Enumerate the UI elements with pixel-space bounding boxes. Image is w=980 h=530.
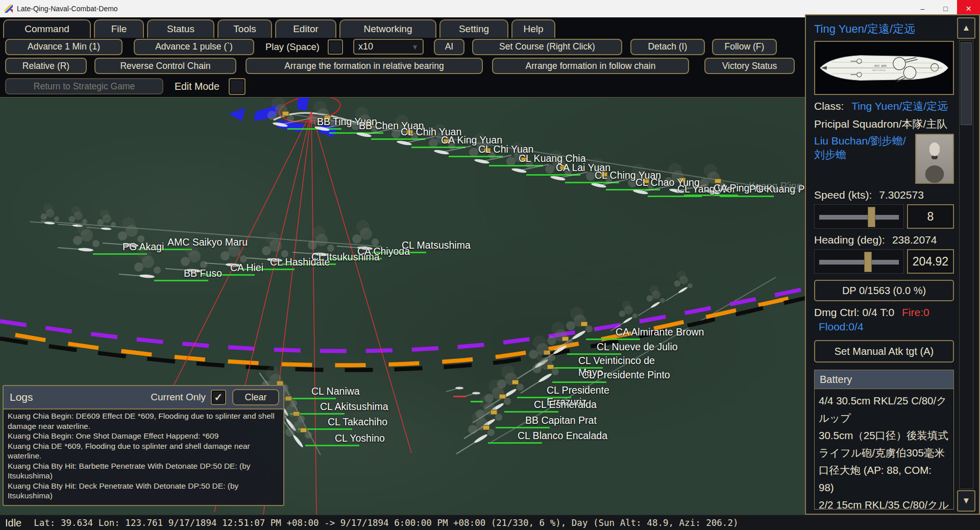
logs-title: Logs	[10, 391, 33, 403]
arrange-relative-bearing-button[interactable]: Arrange the formation in relative bearin…	[246, 58, 483, 74]
reverse-control-chain-button[interactable]: Reverse Control Chain	[94, 58, 236, 74]
chevron-down-icon: ▼	[411, 43, 419, 51]
app-icon	[4, 4, 13, 13]
battery-entry: 2/2 15cm RKL/35 C/80/クルップ 15cm（35口径）単装砲/…	[819, 496, 949, 509]
toolbar-row-2: Relative (R) Reverse Control Chain Arran…	[0, 57, 805, 75]
speed-value: 7.302573	[879, 189, 924, 201]
battery-body[interactable]: 4/4 30.5cm RKL/25 C/80/クルップ 30.5cm（25口径）…	[815, 389, 953, 509]
captain-portrait	[915, 134, 954, 184]
ship-top-view-diagram: HSY WHO Battleship	[817, 44, 951, 91]
log-line: Kuang Chia Begin: DE609 Effect DE *609, …	[8, 411, 279, 431]
log-line: Kuang Chia Bty Hit: Barbette Penetrate W…	[8, 461, 279, 481]
selected-ship-link[interactable]: Ting Yuen/定遠/定远	[814, 21, 954, 37]
ship-label[interactable]: CA Almirante Brown	[616, 326, 704, 338]
ship-label[interactable]: CL Blanco Encalada	[518, 430, 607, 442]
time-scale-dropdown[interactable]: x10 ▼	[353, 39, 424, 55]
log-line: Kuang Chia DE *609, Flooding due to spli…	[8, 441, 279, 461]
svg-text:Battleship: Battleship	[873, 69, 886, 71]
ship-label[interactable]: CL Esmeralda	[534, 399, 597, 411]
window-title: Late-Qing-Naval-Combat-Demo	[17, 5, 118, 13]
current-only-label: Current Only	[151, 392, 206, 403]
tab-file[interactable]: File	[94, 19, 144, 38]
speed-slider[interactable]	[814, 204, 904, 229]
relative-button[interactable]: Relative (R)	[5, 58, 87, 74]
ship-info-sidebar: Ting Yuen/定遠/定远 HSY WHO Battleship	[805, 14, 980, 515]
tab-networking[interactable]: Networking	[339, 19, 436, 38]
ai-button[interactable]: AI	[434, 39, 464, 55]
flood-count: Flood:0/4	[819, 321, 864, 332]
ship-label[interactable]: PG Akagi	[122, 241, 164, 253]
fire-count: Fire:0	[902, 306, 929, 318]
ship-label[interactable]: CL Yoshino	[335, 432, 385, 444]
logs-body: Kuang Chia Begin: DE609 Effect DE *609, …	[4, 409, 283, 505]
set-manual-atk-button[interactable]: Set Manual Atk tgt (A)	[814, 340, 954, 363]
ship-label[interactable]: CL Presidente Pinto	[582, 369, 670, 381]
battery-entry: 4/4 30.5cm RKL/25 C/80/クルップ	[819, 392, 949, 427]
check-icon: ✓	[214, 391, 223, 403]
ship-label[interactable]: CL Matsushima	[402, 239, 471, 251]
tab-editor[interactable]: Editor	[275, 19, 336, 38]
ship-label[interactable]: AMC Saikyo Maru	[167, 236, 248, 248]
heading-slider[interactable]	[814, 249, 904, 274]
svg-text:HSY WHO: HSY WHO	[874, 64, 887, 67]
game-viewport[interactable]: BB Ting YuenBB Chen YuanCL Chih YuanCA K…	[0, 97, 805, 515]
ship-label[interactable]: CL Naniwa	[311, 386, 360, 397]
victory-status-button[interactable]: Victory Status	[704, 58, 795, 74]
ship-label[interactable]: CL Nueve de Julio	[597, 341, 678, 353]
status-bar: Idle Lat: 39.634 Lon: 123.761 9/17/1894 …	[0, 515, 980, 530]
ship-label-ghost: Kuang P'ing	[749, 180, 802, 192]
ship-label[interactable]: BB Fuso	[184, 268, 222, 279]
advance-1-min-button[interactable]: Advance 1 Min (1)	[5, 39, 122, 55]
play-checkbox[interactable]	[328, 39, 343, 55]
scroll-down-icon[interactable]: ▼	[957, 490, 975, 512]
tab-command[interactable]: Command	[3, 19, 91, 38]
ship-label[interactable]: CA Hiei	[230, 262, 263, 274]
heading-slider-handle[interactable]	[864, 252, 872, 272]
heading-value: 238.2074	[892, 234, 937, 246]
speed-input[interactable]: 8	[907, 204, 954, 229]
return-strategic-button[interactable]: Return to Strategic Game	[5, 78, 163, 94]
heading-slider-track	[819, 259, 899, 265]
tab-status[interactable]: Status	[147, 19, 214, 38]
arrange-follow-chain-button[interactable]: Arrange formation in follow chain	[492, 58, 689, 74]
scroll-up-icon[interactable]: ▲	[957, 17, 975, 39]
toolbar-row-1: Advance 1 Min (1) Advance 1 pulse (`) Pl…	[0, 38, 805, 56]
toolbar-row-3: Return to Strategic Game Edit Mode	[0, 76, 805, 97]
ship-top-view-panel: HSY WHO Battleship	[814, 41, 954, 95]
edit-mode-checkbox[interactable]	[229, 78, 246, 95]
ship-label[interactable]: CL Takachiho	[328, 416, 387, 428]
heading-input[interactable]: 204.92	[907, 249, 954, 274]
set-course-button[interactable]: Set Course (Right Click)	[472, 39, 622, 55]
dmg-ctrl-text: Dmg Ctrl: 0/4 T:0	[814, 306, 894, 318]
speed-slider-row: 8	[814, 204, 954, 229]
logs-panel: Logs Current Only ✓ Clear Kuang Chia Beg…	[3, 385, 284, 506]
clear-logs-button[interactable]: Clear	[232, 389, 279, 405]
menu-bar: Command File Status Tools Editor Network…	[0, 17, 805, 38]
heading-label: Heading (deg):	[814, 234, 885, 246]
ship-class-line: Class: Ting Yuen/定遠/定远	[814, 99, 954, 113]
tab-tools[interactable]: Tools	[217, 19, 272, 38]
sim-state: Idle	[5, 517, 21, 529]
ship-label[interactable]: BB Capitan Prat	[525, 415, 597, 426]
follow-button[interactable]: Follow (F)	[712, 39, 777, 55]
scrollbar-track[interactable]	[959, 40, 973, 489]
speed-slider-handle[interactable]	[868, 207, 875, 227]
tab-help[interactable]: Help	[511, 19, 555, 38]
tab-setting[interactable]: Setting	[439, 19, 508, 38]
speed-label: Speed (kts):	[814, 189, 872, 201]
advance-1-pulse-button[interactable]: Advance 1 pulse (`)	[134, 39, 254, 55]
edit-mode-label: Edit Mode	[175, 81, 219, 92]
detach-button[interactable]: Detach (I)	[630, 39, 705, 55]
ship-label[interactable]: CL Akitsushima	[320, 401, 388, 413]
current-only-checkbox[interactable]: ✓	[211, 390, 226, 405]
class-value-link[interactable]: Ting Yuen/定遠/定远	[851, 100, 948, 112]
captain-row: Liu Buchan/劉步蟾/刘步蟾	[814, 134, 954, 184]
dp-button[interactable]: DP 0/1563 (0.0 %)	[814, 280, 954, 301]
heading-slider-row: 204.92	[814, 249, 954, 274]
squadron-link[interactable]: Pricipal Squadron/本隊/主队	[814, 117, 954, 131]
damage-control-line: Dmg Ctrl: 0/4 T:0 Fire:0 Flood:0/4	[814, 305, 954, 334]
captain-link[interactable]: Liu Buchan/劉步蟾/刘步蟾	[814, 134, 915, 184]
sidebar-scrollbar: ▲ ▼	[957, 17, 976, 512]
sim-info: Lat: 39.634 Lon: 123.761 9/17/1894 12:51…	[34, 518, 738, 528]
scrollbar-thumb[interactable]	[961, 42, 972, 125]
